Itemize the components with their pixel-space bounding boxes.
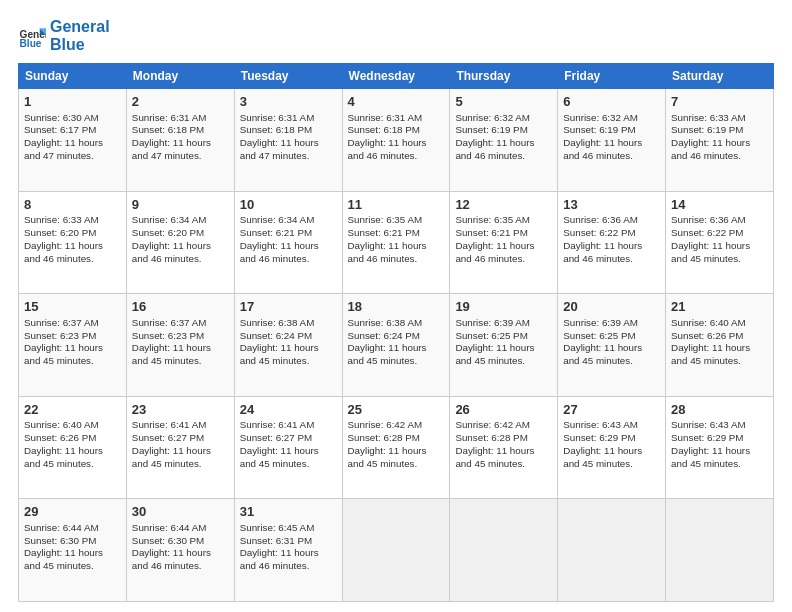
header-cell-tuesday: Tuesday (234, 64, 342, 89)
day-number: 13 (563, 196, 660, 214)
day-info: Sunrise: 6:31 AMSunset: 6:18 PMDaylight:… (348, 112, 445, 163)
day-number: 2 (132, 93, 229, 111)
day-info: Sunrise: 6:44 AMSunset: 6:30 PMDaylight:… (24, 522, 121, 573)
day-number: 29 (24, 503, 121, 521)
header-row: SundayMondayTuesdayWednesdayThursdayFrid… (19, 64, 774, 89)
empty-cell (666, 499, 774, 602)
header-cell-sunday: Sunday (19, 64, 127, 89)
day-cell-17: 17Sunrise: 6:38 AMSunset: 6:24 PMDayligh… (234, 294, 342, 397)
day-cell-9: 9Sunrise: 6:34 AMSunset: 6:20 PMDaylight… (126, 191, 234, 294)
day-cell-27: 27Sunrise: 6:43 AMSunset: 6:29 PMDayligh… (558, 396, 666, 499)
day-number: 8 (24, 196, 121, 214)
day-info: Sunrise: 6:43 AMSunset: 6:29 PMDaylight:… (563, 419, 660, 470)
day-info: Sunrise: 6:32 AMSunset: 6:19 PMDaylight:… (563, 112, 660, 163)
logo-icon: General Blue (18, 22, 46, 50)
calendar-header: SundayMondayTuesdayWednesdayThursdayFrid… (19, 64, 774, 89)
day-info: Sunrise: 6:30 AMSunset: 6:17 PMDaylight:… (24, 112, 121, 163)
day-number: 4 (348, 93, 445, 111)
day-number: 1 (24, 93, 121, 111)
day-cell-2: 2Sunrise: 6:31 AMSunset: 6:18 PMDaylight… (126, 89, 234, 192)
day-info: Sunrise: 6:31 AMSunset: 6:18 PMDaylight:… (132, 112, 229, 163)
svg-text:Blue: Blue (20, 37, 42, 48)
day-number: 11 (348, 196, 445, 214)
day-info: Sunrise: 6:38 AMSunset: 6:24 PMDaylight:… (348, 317, 445, 368)
day-info: Sunrise: 6:36 AMSunset: 6:22 PMDaylight:… (563, 214, 660, 265)
day-info: Sunrise: 6:36 AMSunset: 6:22 PMDaylight:… (671, 214, 768, 265)
day-number: 19 (455, 298, 552, 316)
day-info: Sunrise: 6:35 AMSunset: 6:21 PMDaylight:… (455, 214, 552, 265)
day-cell-31: 31Sunrise: 6:45 AMSunset: 6:31 PMDayligh… (234, 499, 342, 602)
empty-cell (558, 499, 666, 602)
day-number: 10 (240, 196, 337, 214)
day-number: 30 (132, 503, 229, 521)
day-cell-11: 11Sunrise: 6:35 AMSunset: 6:21 PMDayligh… (342, 191, 450, 294)
header-cell-wednesday: Wednesday (342, 64, 450, 89)
day-info: Sunrise: 6:33 AMSunset: 6:20 PMDaylight:… (24, 214, 121, 265)
day-number: 5 (455, 93, 552, 111)
day-info: Sunrise: 6:33 AMSunset: 6:19 PMDaylight:… (671, 112, 768, 163)
day-info: Sunrise: 6:45 AMSunset: 6:31 PMDaylight:… (240, 522, 337, 573)
day-number: 16 (132, 298, 229, 316)
day-cell-23: 23Sunrise: 6:41 AMSunset: 6:27 PMDayligh… (126, 396, 234, 499)
header-cell-thursday: Thursday (450, 64, 558, 89)
day-info: Sunrise: 6:41 AMSunset: 6:27 PMDaylight:… (132, 419, 229, 470)
day-cell-26: 26Sunrise: 6:42 AMSunset: 6:28 PMDayligh… (450, 396, 558, 499)
day-cell-19: 19Sunrise: 6:39 AMSunset: 6:25 PMDayligh… (450, 294, 558, 397)
day-number: 31 (240, 503, 337, 521)
day-info: Sunrise: 6:34 AMSunset: 6:20 PMDaylight:… (132, 214, 229, 265)
day-number: 15 (24, 298, 121, 316)
day-cell-30: 30Sunrise: 6:44 AMSunset: 6:30 PMDayligh… (126, 499, 234, 602)
day-number: 25 (348, 401, 445, 419)
day-info: Sunrise: 6:42 AMSunset: 6:28 PMDaylight:… (455, 419, 552, 470)
day-info: Sunrise: 6:38 AMSunset: 6:24 PMDaylight:… (240, 317, 337, 368)
day-number: 7 (671, 93, 768, 111)
day-cell-14: 14Sunrise: 6:36 AMSunset: 6:22 PMDayligh… (666, 191, 774, 294)
day-number: 14 (671, 196, 768, 214)
day-number: 22 (24, 401, 121, 419)
header-cell-monday: Monday (126, 64, 234, 89)
day-number: 17 (240, 298, 337, 316)
day-cell-6: 6Sunrise: 6:32 AMSunset: 6:19 PMDaylight… (558, 89, 666, 192)
week-row-2: 8Sunrise: 6:33 AMSunset: 6:20 PMDaylight… (19, 191, 774, 294)
day-cell-16: 16Sunrise: 6:37 AMSunset: 6:23 PMDayligh… (126, 294, 234, 397)
empty-cell (450, 499, 558, 602)
day-number: 24 (240, 401, 337, 419)
day-info: Sunrise: 6:31 AMSunset: 6:18 PMDaylight:… (240, 112, 337, 163)
day-cell-3: 3Sunrise: 6:31 AMSunset: 6:18 PMDaylight… (234, 89, 342, 192)
day-cell-21: 21Sunrise: 6:40 AMSunset: 6:26 PMDayligh… (666, 294, 774, 397)
calendar-body: 1Sunrise: 6:30 AMSunset: 6:17 PMDaylight… (19, 89, 774, 602)
day-info: Sunrise: 6:43 AMSunset: 6:29 PMDaylight:… (671, 419, 768, 470)
empty-cell (342, 499, 450, 602)
day-cell-25: 25Sunrise: 6:42 AMSunset: 6:28 PMDayligh… (342, 396, 450, 499)
day-info: Sunrise: 6:40 AMSunset: 6:26 PMDaylight:… (671, 317, 768, 368)
day-number: 21 (671, 298, 768, 316)
day-number: 20 (563, 298, 660, 316)
day-number: 12 (455, 196, 552, 214)
day-cell-15: 15Sunrise: 6:37 AMSunset: 6:23 PMDayligh… (19, 294, 127, 397)
day-cell-22: 22Sunrise: 6:40 AMSunset: 6:26 PMDayligh… (19, 396, 127, 499)
day-number: 18 (348, 298, 445, 316)
day-number: 26 (455, 401, 552, 419)
day-cell-13: 13Sunrise: 6:36 AMSunset: 6:22 PMDayligh… (558, 191, 666, 294)
day-cell-20: 20Sunrise: 6:39 AMSunset: 6:25 PMDayligh… (558, 294, 666, 397)
day-info: Sunrise: 6:35 AMSunset: 6:21 PMDaylight:… (348, 214, 445, 265)
week-row-1: 1Sunrise: 6:30 AMSunset: 6:17 PMDaylight… (19, 89, 774, 192)
week-row-3: 15Sunrise: 6:37 AMSunset: 6:23 PMDayligh… (19, 294, 774, 397)
day-info: Sunrise: 6:39 AMSunset: 6:25 PMDaylight:… (455, 317, 552, 368)
day-cell-1: 1Sunrise: 6:30 AMSunset: 6:17 PMDaylight… (19, 89, 127, 192)
day-number: 9 (132, 196, 229, 214)
day-cell-24: 24Sunrise: 6:41 AMSunset: 6:27 PMDayligh… (234, 396, 342, 499)
day-number: 23 (132, 401, 229, 419)
day-info: Sunrise: 6:39 AMSunset: 6:25 PMDaylight:… (563, 317, 660, 368)
logo-text: GeneralBlue (50, 18, 110, 53)
week-row-5: 29Sunrise: 6:44 AMSunset: 6:30 PMDayligh… (19, 499, 774, 602)
day-cell-5: 5Sunrise: 6:32 AMSunset: 6:19 PMDaylight… (450, 89, 558, 192)
calendar-table: SundayMondayTuesdayWednesdayThursdayFrid… (18, 63, 774, 602)
day-info: Sunrise: 6:34 AMSunset: 6:21 PMDaylight:… (240, 214, 337, 265)
day-cell-12: 12Sunrise: 6:35 AMSunset: 6:21 PMDayligh… (450, 191, 558, 294)
day-number: 28 (671, 401, 768, 419)
page-container: General Blue GeneralBlue SundayMondayTue… (0, 0, 792, 612)
day-cell-18: 18Sunrise: 6:38 AMSunset: 6:24 PMDayligh… (342, 294, 450, 397)
day-cell-29: 29Sunrise: 6:44 AMSunset: 6:30 PMDayligh… (19, 499, 127, 602)
day-info: Sunrise: 6:37 AMSunset: 6:23 PMDaylight:… (132, 317, 229, 368)
